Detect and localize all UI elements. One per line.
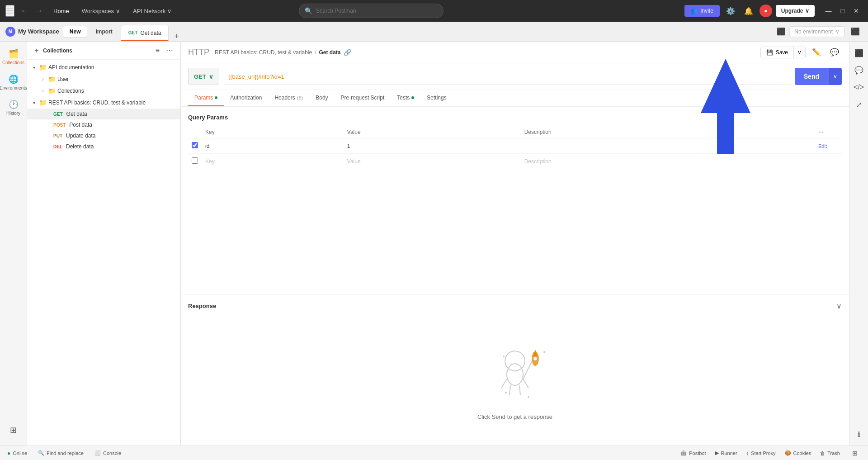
- new-button[interactable]: New: [63, 26, 88, 38]
- runner-button[interactable]: ▶ Runner: [713, 450, 739, 456]
- hamburger-menu-button[interactable]: ☰: [5, 5, 14, 17]
- tree-item-collections-folder[interactable]: › 📁 Collections: [27, 85, 180, 97]
- collections-panel: + Collections ≡ ⋯ ▾ 📁 API documentation …: [27, 42, 181, 446]
- upgrade-label: Upgrade: [781, 8, 803, 14]
- online-indicator: ●: [7, 450, 10, 456]
- save-dropdown-button[interactable]: ∨: [794, 47, 806, 58]
- row-value-cell[interactable]: 1: [344, 138, 521, 154]
- expand-sidebar-button[interactable]: ⤢: [851, 97, 867, 112]
- import-button[interactable]: Import: [91, 26, 117, 37]
- tree-label: User: [57, 76, 175, 82]
- tab-get-data[interactable]: GET Get data: [121, 25, 169, 41]
- row-checkbox[interactable]: [192, 142, 198, 148]
- cookies-button[interactable]: 🍪 Cookies: [783, 450, 813, 456]
- url-input[interactable]: [223, 68, 791, 85]
- tree-item-rest-api[interactable]: ▾ 📁 REST API basics: CRUD, test & variab…: [27, 97, 180, 109]
- console-button[interactable]: ⬜ Console: [93, 450, 123, 456]
- workspaces-menu[interactable]: Workspaces ∨: [77, 6, 125, 16]
- search-input[interactable]: [316, 8, 438, 14]
- tree-item-get-data[interactable]: GET Get data: [27, 109, 180, 119]
- send-dropdown-button[interactable]: ∨: [828, 68, 842, 85]
- start-proxy-button[interactable]: ↕ Start Proxy: [745, 451, 778, 456]
- invite-label: Invite: [700, 8, 713, 14]
- forward-button[interactable]: →: [33, 5, 45, 17]
- row-key-cell[interactable]: id: [202, 138, 344, 154]
- trash-button[interactable]: 🗑 Trash: [818, 451, 842, 456]
- back-button[interactable]: ←: [18, 5, 31, 17]
- edit-icon-button[interactable]: ✏️: [809, 46, 824, 58]
- panel-toggle-button[interactable]: ⬛: [848, 25, 863, 38]
- collections-panel-title: Collections: [43, 47, 151, 54]
- params-table: Key Value Description ⋯ id 1: [188, 126, 842, 169]
- row-edit-button[interactable]: Edit: [818, 143, 827, 149]
- tree-item-user[interactable]: › 📁 User: [27, 73, 180, 85]
- tab-pre-request[interactable]: Pre-request Script: [335, 90, 391, 106]
- save-group: 💾 Save ∨: [760, 47, 806, 58]
- invite-button[interactable]: 👥 Invite: [684, 5, 720, 17]
- environments-icon: 🌐: [9, 74, 19, 84]
- runner-icon: ▶: [715, 450, 719, 456]
- save-icon: 💾: [766, 49, 773, 56]
- layout-toggle-button[interactable]: ⊞: [847, 446, 863, 460]
- sidebar-item-apps[interactable]: ⊞: [3, 418, 24, 442]
- empty-row-checkbox[interactable]: [192, 157, 198, 164]
- method-del-badge: DEL: [52, 144, 64, 150]
- row-description-cell[interactable]: [521, 138, 815, 154]
- maximize-button[interactable]: □: [837, 5, 848, 16]
- save-button[interactable]: 💾 Save: [760, 47, 794, 58]
- close-button[interactable]: ✕: [850, 5, 863, 16]
- home-link[interactable]: Home: [49, 6, 74, 16]
- new-tab-button[interactable]: +: [170, 32, 183, 41]
- breadcrumb-collection-link[interactable]: REST API basics: CRUD, test & variable: [215, 49, 312, 56]
- bottombar: ● Online 🔍 Find and replace ⬜ Console 🤖 …: [0, 446, 868, 460]
- collections-header: + Collections ≡ ⋯: [27, 42, 180, 60]
- tab-settings[interactable]: Settings: [420, 90, 453, 106]
- minimize-button[interactable]: —: [822, 5, 835, 16]
- empty-checkbox-cell: [188, 154, 202, 169]
- avatar-button[interactable]: ●: [760, 5, 772, 17]
- response-collapse-button[interactable]: ∨: [836, 302, 842, 310]
- sidebar-panel-button[interactable]: ⬛: [851, 45, 867, 61]
- empty-value-cell[interactable]: Value: [344, 154, 521, 169]
- tree-item-update-data[interactable]: PUT Update data: [27, 130, 180, 141]
- tab-headers[interactable]: Headers (6): [268, 90, 309, 106]
- workspace-name: M My Workspace: [5, 27, 59, 37]
- more-collections-button[interactable]: ⋯: [164, 45, 175, 56]
- sidebar-item-collections[interactable]: 🗂️ Collections: [3, 45, 24, 69]
- sidebar-toggle-button[interactable]: ⬛: [777, 27, 786, 36]
- breadcrumb-current: Get data: [319, 49, 341, 56]
- method-label: GET: [194, 73, 206, 80]
- add-collection-button[interactable]: +: [33, 46, 40, 56]
- tree-item-post-data[interactable]: POST Post data: [27, 119, 180, 130]
- tree-item-delete-data[interactable]: DEL Delete data: [27, 141, 180, 152]
- svg-line-4: [509, 385, 510, 395]
- tree-label: Get data: [66, 111, 175, 117]
- tree-item-api-docs[interactable]: ▾ 📁 API documentation: [27, 62, 180, 73]
- environment-selector[interactable]: No environment ∨: [789, 26, 844, 37]
- empty-description-cell[interactable]: Description: [521, 154, 815, 169]
- chevron-down-icon: ▾: [31, 100, 37, 105]
- comment-sidebar-button[interactable]: 💬: [851, 62, 867, 78]
- tab-params[interactable]: Params: [188, 90, 224, 106]
- info-sidebar-button[interactable]: ℹ: [851, 427, 867, 442]
- method-selector[interactable]: GET ∨: [188, 68, 219, 85]
- empty-key-cell[interactable]: Key: [202, 154, 344, 169]
- upgrade-button[interactable]: Upgrade ∨: [776, 5, 815, 17]
- code-sidebar-button[interactable]: </>: [851, 80, 867, 95]
- send-button[interactable]: Send: [795, 68, 828, 85]
- filter-collections-button[interactable]: ≡: [154, 46, 161, 56]
- notifications-button[interactable]: 🔔: [741, 4, 756, 18]
- avatar: M: [5, 27, 15, 37]
- comment-icon-button[interactable]: 💬: [827, 46, 842, 58]
- settings-button[interactable]: ⚙️: [723, 4, 738, 18]
- tab-authorization[interactable]: Authorization: [224, 90, 268, 106]
- tab-body[interactable]: Body: [309, 90, 334, 106]
- sidebar-item-environments[interactable]: 🌐 Environments: [3, 71, 24, 94]
- tab-body-label: Body: [316, 95, 328, 101]
- sidebar-item-history[interactable]: 🕐 History: [3, 96, 24, 119]
- find-replace-button[interactable]: 🔍 Find and replace: [36, 450, 85, 456]
- workspace-bar: M My Workspace New Import GET Get data +…: [0, 22, 868, 42]
- tab-tests[interactable]: Tests: [391, 90, 420, 106]
- postbot-button[interactable]: 🤖 Postbot: [679, 450, 708, 456]
- api-network-menu[interactable]: API Network ∨: [128, 6, 176, 16]
